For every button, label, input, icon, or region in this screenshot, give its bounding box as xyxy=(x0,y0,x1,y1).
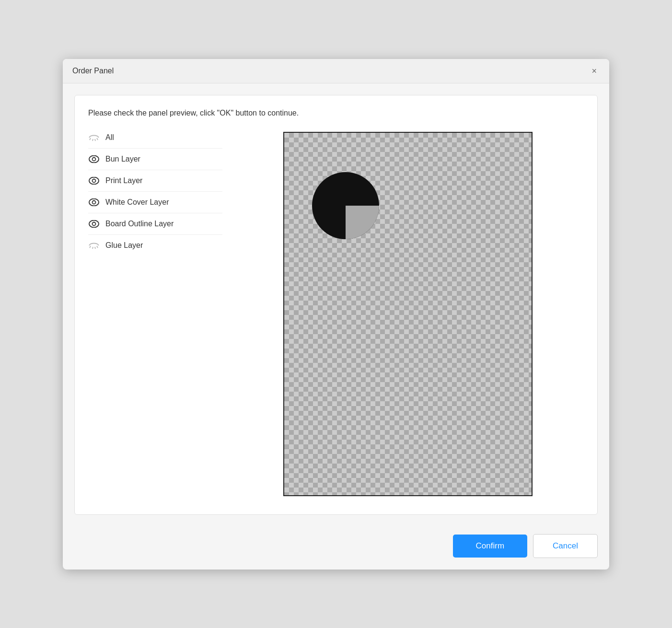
svg-point-4 xyxy=(89,155,99,163)
circle-gray-quarter xyxy=(346,206,379,239)
eye-open-icon xyxy=(88,153,100,165)
svg-line-3 xyxy=(97,138,98,140)
svg-point-11 xyxy=(93,222,96,225)
eye-closed-icon xyxy=(88,132,100,143)
svg-line-2 xyxy=(95,139,95,141)
svg-point-10 xyxy=(89,220,99,227)
layer-item-all[interactable]: All xyxy=(88,127,222,149)
eye-closed-icon xyxy=(88,240,100,251)
canvas-wrapper xyxy=(283,132,533,496)
preview-area xyxy=(232,127,584,501)
instruction-text: Please check the panel preview, click "O… xyxy=(88,109,584,117)
eye-open-icon xyxy=(88,218,100,230)
layer-label-board-outline: Board Outline Layer xyxy=(105,220,174,228)
layer-label-white-cover: White Cover Layer xyxy=(105,198,169,207)
main-row: All Bun Layer Print Layer White Cover La… xyxy=(88,127,584,501)
close-button[interactable]: × xyxy=(589,66,600,76)
svg-line-0 xyxy=(90,138,91,140)
svg-line-13 xyxy=(93,247,93,249)
circle-shape xyxy=(312,172,379,239)
svg-line-12 xyxy=(90,246,91,248)
preview-canvas xyxy=(283,132,533,496)
order-panel-dialog: Order Panel × Please check the panel pre… xyxy=(63,59,609,570)
layer-item-white-cover[interactable]: White Cover Layer xyxy=(88,192,222,213)
cancel-button[interactable]: Cancel xyxy=(533,534,598,558)
layer-item-bun[interactable]: Bun Layer xyxy=(88,149,222,170)
svg-point-9 xyxy=(93,200,96,204)
svg-point-5 xyxy=(93,157,96,161)
layer-label-print: Print Layer xyxy=(105,176,142,185)
layer-label-glue: Glue Layer xyxy=(105,241,143,250)
svg-line-1 xyxy=(93,139,93,141)
title-bar: Order Panel × xyxy=(63,59,609,83)
layer-list: All Bun Layer Print Layer White Cover La… xyxy=(88,127,222,501)
confirm-button[interactable]: Confirm xyxy=(453,535,528,558)
dialog-body: Please check the panel preview, click "O… xyxy=(63,83,609,526)
dialog-footer: Confirm Cancel xyxy=(63,526,609,570)
svg-line-14 xyxy=(95,247,95,249)
layer-label-all: All xyxy=(105,133,114,142)
dialog-title: Order Panel xyxy=(72,67,114,75)
layer-item-board-outline[interactable]: Board Outline Layer xyxy=(88,213,222,235)
content-area: Please check the panel preview, click "O… xyxy=(74,95,598,515)
svg-point-7 xyxy=(93,179,96,182)
layer-item-glue[interactable]: Glue Layer xyxy=(88,235,222,256)
eye-open-icon xyxy=(88,175,100,186)
svg-point-6 xyxy=(89,177,99,184)
eye-open-icon xyxy=(88,197,100,208)
layer-label-bun: Bun Layer xyxy=(105,155,140,163)
layer-item-print[interactable]: Print Layer xyxy=(88,170,222,192)
svg-point-8 xyxy=(89,198,99,206)
svg-line-15 xyxy=(97,246,98,248)
